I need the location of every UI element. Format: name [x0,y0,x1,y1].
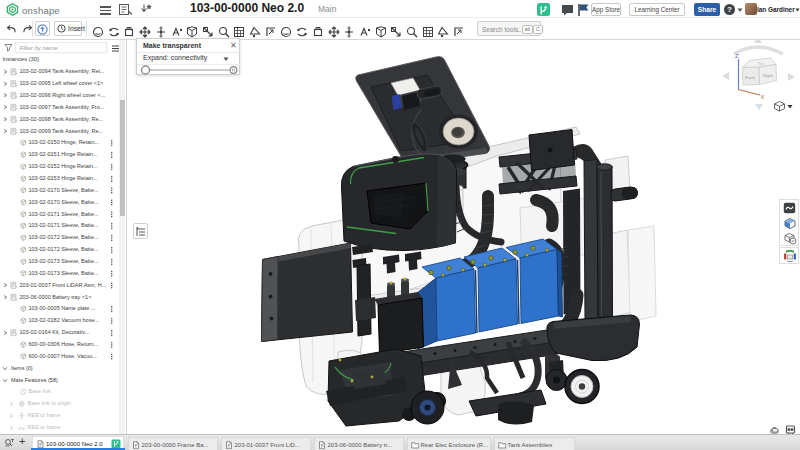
svg-text:Front: Front [745,75,756,80]
svg-text:Top: Top [758,61,765,66]
svg-text:Right: Right [763,73,774,78]
svg-text:z⇲: z⇲ [19,425,25,430]
svg-text:Z: Z [735,53,739,59]
svg-text:X: X [761,94,765,100]
